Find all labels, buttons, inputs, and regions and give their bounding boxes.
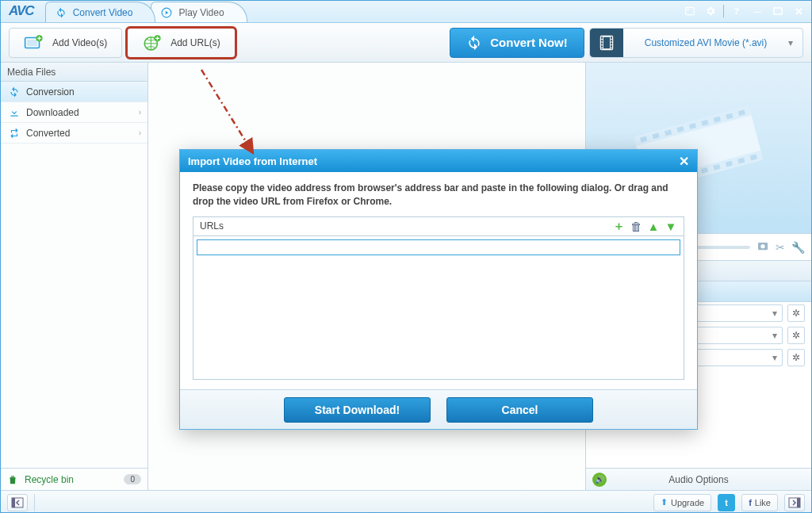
delete-url-icon[interactable]: 🗑 [630, 220, 642, 232]
sidebar-header: Media Files [1, 63, 147, 82]
cut-icon[interactable]: ✂ [776, 241, 785, 254]
chevron-down-icon: ▾ [772, 352, 777, 363]
panel-toggle-left[interactable] [7, 494, 28, 511]
refresh-icon [466, 35, 482, 51]
audio-options-label: Audio Options [668, 474, 728, 485]
svg-rect-11 [611, 36, 613, 49]
svg-rect-3 [774, 8, 782, 14]
up-arrow-icon: ⬆ [661, 497, 668, 507]
option-gear-2[interactable]: ✲ [787, 327, 805, 344]
dialog-title: Import Video from Internet [188, 155, 317, 167]
add-videos-button[interactable]: Add Video(s) [9, 28, 122, 58]
move-up-icon[interactable]: ▲ [647, 220, 660, 232]
snapshot-icon[interactable] [756, 239, 769, 255]
url-list-header: URLs ＋ 🗑 ▲ ▼ [193, 217, 684, 236]
dialog-close-button[interactable]: ✕ [679, 154, 689, 169]
svg-rect-36 [12, 498, 15, 507]
sidebar-item-converted[interactable]: Converted › [1, 123, 147, 144]
svg-rect-38 [797, 498, 800, 507]
dialog-message: Please copy the video address from brows… [193, 182, 684, 209]
speaker-icon: 🔊 [592, 473, 607, 487]
refresh-icon [9, 86, 20, 98]
film-icon [590, 29, 623, 57]
main-toolbar: Add Video(s) Add URL(s) Convert Now! Cus… [1, 23, 811, 63]
svg-point-34 [760, 244, 764, 248]
url-list-box: URLs ＋ 🗑 ▲ ▼ [193, 216, 684, 380]
convert-now-button[interactable]: Convert Now! [450, 28, 584, 58]
profile-label: Customized AVI Movie (*.avi) [623, 37, 788, 48]
upgrade-button[interactable]: ⬆ Upgrade [653, 494, 711, 511]
close-button[interactable]: ✕ [791, 3, 806, 19]
panel-toggle-right[interactable] [784, 494, 805, 511]
sidebar-item-label: Downloaded [26, 107, 79, 118]
tab-label: Convert Video [73, 7, 133, 18]
separator [723, 5, 724, 17]
sidebar-item-label: Converted [26, 128, 70, 139]
add-urls-button[interactable]: Add URL(s) [127, 28, 236, 58]
globe-plus-icon [142, 33, 163, 53]
trash-icon [7, 474, 18, 485]
chevron-down-icon: ▾ [788, 37, 802, 48]
maximize-button[interactable] [770, 3, 786, 19]
recycle-count: 0 [124, 474, 141, 484]
convert-icon [9, 128, 20, 139]
video-plus-icon [24, 33, 44, 53]
chevron-right-icon: › [139, 128, 141, 137]
chevron-down-icon: ▾ [772, 330, 777, 341]
button-label: Add URL(s) [170, 37, 220, 48]
status-bar: ⬆ Upgrade t f Like [1, 490, 811, 513]
tab-label: Play Video [178, 7, 224, 18]
option-gear-3[interactable]: ✲ [787, 349, 805, 366]
twitter-button[interactable]: t [718, 494, 735, 511]
tab-play-video[interactable]: Play Video [151, 2, 247, 22]
add-url-icon[interactable]: ＋ [612, 220, 625, 232]
upgrade-label: Upgrade [671, 498, 704, 507]
app-logo: AVC [1, 3, 45, 22]
sidebar-item-label: Conversion [26, 86, 75, 98]
chevron-down-icon: ▾ [772, 308, 777, 319]
chevron-right-icon: › [139, 108, 141, 117]
sidebar-item-downloaded[interactable]: Downloaded › [1, 102, 147, 123]
facebook-like-button[interactable]: f Like [741, 494, 778, 511]
refresh-icon [56, 7, 67, 18]
output-profile-selector[interactable]: Customized AVI Movie (*.avi) ▾ [589, 28, 803, 58]
play-icon [161, 7, 172, 18]
sidebar-item-conversion[interactable]: Conversion [1, 82, 147, 102]
import-url-dialog: Import Video from Internet ✕ Please copy… [179, 149, 698, 430]
url-input[interactable] [197, 239, 680, 255]
download-icon [9, 107, 20, 118]
minimize-button[interactable]: ─ [749, 3, 765, 19]
separator [34, 494, 35, 511]
svg-rect-10 [601, 36, 603, 49]
move-down-icon[interactable]: ▼ [665, 220, 677, 232]
facebook-icon: f [749, 498, 752, 507]
recycle-label: Recycle bin [25, 474, 74, 485]
help-icon[interactable]: ? [729, 3, 745, 19]
tab-convert-video[interactable]: Convert Video [45, 2, 156, 22]
registry-icon[interactable] [682, 3, 698, 19]
svg-rect-1 [686, 7, 695, 14]
audio-options-bar[interactable]: 🔊 Audio Options [586, 468, 811, 490]
like-label: Like [755, 498, 771, 507]
recycle-bin[interactable]: Recycle bin 0 [1, 468, 147, 490]
svg-rect-5 [27, 39, 37, 45]
urls-label: URLs [200, 220, 224, 232]
wrench-icon[interactable]: 🔧 [791, 241, 805, 254]
svg-rect-2 [688, 9, 689, 10]
cancel-button[interactable]: Cancel [446, 397, 593, 423]
start-download-button[interactable]: Start Download! [284, 397, 431, 423]
window-controls: ? ─ ✕ [682, 3, 806, 19]
title-bar: AVC Convert Video Play Video ? ─ ✕ [1, 1, 811, 23]
button-label: Add Video(s) [52, 37, 107, 48]
sidebar: Media Files Conversion Downloaded › Conv… [1, 63, 148, 490]
option-gear-1[interactable]: ✲ [787, 304, 805, 322]
dialog-footer: Start Download! Cancel [180, 389, 697, 429]
button-label: Convert Now! [490, 36, 568, 49]
settings-icon[interactable] [703, 3, 718, 19]
dialog-titlebar: Import Video from Internet ✕ [180, 150, 697, 172]
